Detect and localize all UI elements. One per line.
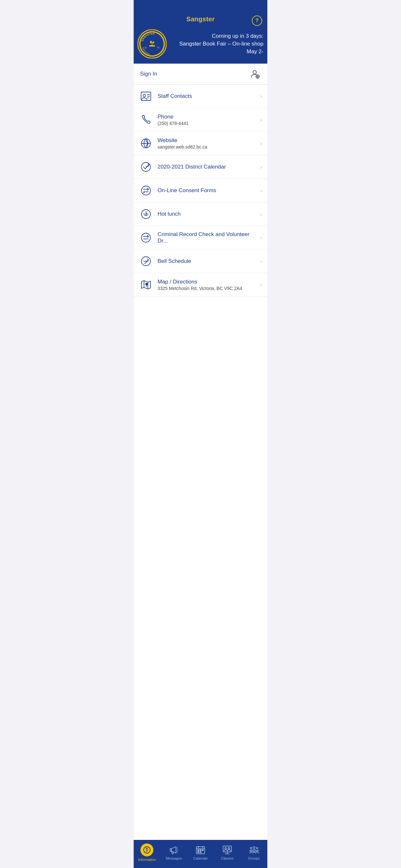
menu-item-district-calendar[interactable]: 2020-2021 District Calendar › <box>134 155 267 179</box>
svg-point-16 <box>143 94 146 97</box>
svg-rect-8 <box>150 41 152 43</box>
consent-forms-title: On-Line Consent Forms <box>158 187 256 194</box>
chevron-right-icon: › <box>260 258 262 265</box>
svg-line-23 <box>146 165 149 167</box>
event-text: Coming up in 3 days:Sangster Book Fair –… <box>171 32 264 55</box>
menu-item-bell-schedule[interactable]: Bell Schedule › <box>134 250 267 273</box>
map-directions-title: Map / Directions <box>158 279 256 285</box>
svg-point-39 <box>147 848 147 849</box>
menu-item-staff-contacts[interactable]: Staff Contacts › <box>134 85 267 108</box>
svg-point-12 <box>253 70 256 74</box>
svg-text:19: 19 <box>145 46 147 49</box>
classes-icon <box>221 845 233 855</box>
staff-contacts-content: Staff Contacts <box>158 93 256 99</box>
signin-bar[interactable]: Sign In <box>134 64 267 85</box>
calendar-icon <box>195 845 206 855</box>
svg-point-58 <box>253 847 255 848</box>
chevron-right-icon: › <box>260 187 262 194</box>
menu-list: Staff Contacts › Phone (250) 478-4441 › … <box>134 85 267 840</box>
svg-point-60 <box>256 847 258 849</box>
svg-text:58: 58 <box>157 46 159 49</box>
svg-line-42 <box>177 851 178 852</box>
bell-schedule-content: Bell Schedule <box>158 258 256 265</box>
website-content: Website sangster.web.sd62.bc.ca <box>158 137 256 150</box>
staff-contacts-icon <box>139 89 153 103</box>
svg-point-29 <box>142 233 150 242</box>
school-logo: SANGSTER Elementary 19 58 <box>137 29 166 58</box>
svg-point-57 <box>228 848 229 849</box>
bell-schedule-title: Bell Schedule <box>158 258 256 265</box>
svg-rect-51 <box>200 851 201 852</box>
information-nav-label: Information <box>138 858 156 862</box>
nav-item-calendar[interactable]: Calendar <box>187 845 214 860</box>
svg-point-61 <box>251 850 252 852</box>
chevron-right-icon: › <box>260 164 262 170</box>
svg-point-59 <box>250 847 252 849</box>
nav-item-groups[interactable]: Groups <box>241 845 267 860</box>
consent-forms-icon <box>139 183 153 197</box>
website-title: Website <box>158 137 256 144</box>
signin-label[interactable]: Sign In <box>140 71 157 77</box>
map-directions-icon <box>139 278 153 292</box>
app-header: Sangster ? <box>134 0 267 27</box>
nav-item-classes[interactable]: Classes <box>214 845 241 860</box>
district-calendar-content: 2020-2021 District Calendar <box>158 164 256 170</box>
menu-item-criminal-record[interactable]: Criminal Record Check and Volunteer Dr..… <box>134 226 267 250</box>
menu-item-consent-forms[interactable]: On-Line Consent Forms › <box>134 179 267 203</box>
svg-point-36 <box>146 283 148 285</box>
phone-icon <box>139 113 153 127</box>
event-banner: SANGSTER Elementary 19 58 Coming up in 3… <box>134 27 267 64</box>
calendar-nav-label: Calendar <box>193 857 208 860</box>
menu-item-phone[interactable]: Phone (250) 478-4441 › <box>134 108 267 132</box>
website-url: sangster.web.sd62.bc.ca <box>158 144 256 150</box>
consent-forms-content: On-Line Consent Forms <box>158 187 256 194</box>
hot-lunch-icon <box>139 207 153 221</box>
help-button[interactable]: ? <box>252 16 262 26</box>
messages-icon <box>168 845 180 855</box>
groups-icon <box>248 845 260 855</box>
account-icon[interactable] <box>249 68 261 80</box>
nav-item-information[interactable]: Information <box>134 843 160 862</box>
map-directions-address: 3325 Metchosin Rd, Victoria, BC V9C 2A4 <box>158 286 256 291</box>
information-active-icon <box>141 843 153 857</box>
district-calendar-icon <box>139 160 153 174</box>
menu-item-hot-lunch[interactable]: Hot lunch › <box>134 203 267 226</box>
chevron-right-icon: › <box>260 282 262 288</box>
chevron-right-icon: › <box>260 211 262 218</box>
bell-schedule-icon <box>139 254 153 268</box>
nav-item-messages[interactable]: Messages <box>160 845 187 860</box>
criminal-record-icon <box>139 230 153 245</box>
hot-lunch-content: Hot lunch <box>158 211 256 217</box>
menu-item-map-directions[interactable]: Map / Directions 3325 Metchosin Rd, Vict… <box>134 273 267 297</box>
phone-number: (250) 478-4441 <box>158 121 256 126</box>
svg-point-56 <box>225 848 226 849</box>
svg-rect-49 <box>202 849 204 850</box>
criminal-record-title: Criminal Record Check and Volunteer Dr..… <box>158 231 256 244</box>
staff-contacts-title: Staff Contacts <box>158 93 256 99</box>
svg-rect-50 <box>197 851 199 852</box>
menu-item-website[interactable]: Website sangster.web.sd62.bc.ca › <box>134 132 267 155</box>
phone-title: Phone <box>158 114 256 120</box>
criminal-record-content: Criminal Record Check and Volunteer Dr..… <box>158 231 256 244</box>
header-title: Sangster <box>186 16 215 23</box>
classes-nav-label: Classes <box>221 857 234 860</box>
bottom-navigation: Information Messages <box>134 840 267 868</box>
messages-nav-label: Messages <box>166 857 182 860</box>
svg-point-24 <box>142 186 150 195</box>
website-icon <box>139 136 153 151</box>
svg-rect-47 <box>197 849 199 850</box>
chevron-right-icon: › <box>260 235 262 241</box>
svg-line-40 <box>177 848 178 848</box>
hot-lunch-title: Hot lunch <box>158 211 256 217</box>
chevron-right-icon: › <box>260 140 262 147</box>
map-directions-content: Map / Directions 3325 Metchosin Rd, Vict… <box>158 279 256 291</box>
svg-rect-9 <box>152 42 154 43</box>
groups-nav-label: Groups <box>248 857 260 860</box>
svg-rect-48 <box>200 849 201 850</box>
chevron-right-icon: › <box>260 117 262 123</box>
district-calendar-title: 2020-2021 District Calendar <box>158 164 256 170</box>
chevron-right-icon: › <box>260 93 262 100</box>
svg-rect-5 <box>149 45 155 46</box>
phone-content: Phone (250) 478-4441 <box>158 114 256 126</box>
